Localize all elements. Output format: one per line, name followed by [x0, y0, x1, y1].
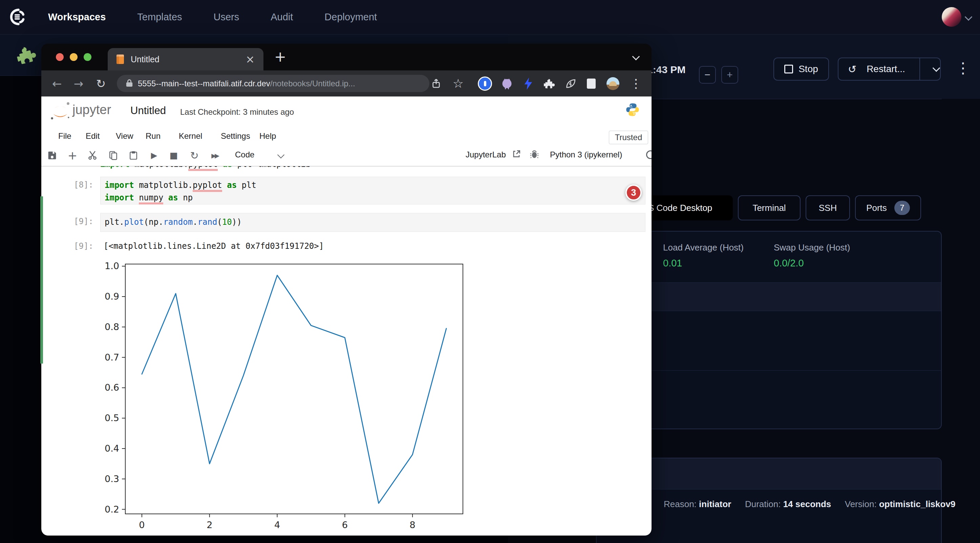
- stat-value: 0.01: [663, 257, 744, 269]
- address-bar[interactable]: 5555--main--test--matifali.atif.cdr.dev/…: [117, 75, 430, 92]
- reason-value: initiator: [699, 499, 731, 509]
- external-link-icon[interactable]: [512, 150, 521, 160]
- code-cell-9[interactable]: plt.plot(np.random.rand(10)): [100, 213, 646, 232]
- restart-button[interactable]: ↺ Restart...: [838, 57, 941, 81]
- tab-label: VS Code Desktop: [643, 203, 713, 213]
- paste-cell-icon[interactable]: [126, 146, 141, 165]
- nav-item-templates[interactable]: Templates: [137, 11, 182, 23]
- save-icon[interactable]: [45, 146, 60, 165]
- nav-item-users[interactable]: Users: [214, 11, 239, 23]
- interrupt-kernel-icon[interactable]: ■: [166, 146, 181, 165]
- browser-profile-avatar[interactable]: [603, 70, 622, 97]
- stop-button[interactable]: Stop: [773, 57, 829, 81]
- kernel-name[interactable]: Python 3 (ipykernel): [550, 150, 622, 159]
- nav-item-workspaces[interactable]: Workspaces: [48, 11, 106, 23]
- notebook-title[interactable]: Untitled: [130, 105, 166, 117]
- svg-text:6: 6: [342, 520, 348, 530]
- tab-ssh[interactable]: SSH: [806, 195, 850, 221]
- coder-logo[interactable]: [8, 8, 27, 28]
- output-prompt: [9]:: [74, 241, 94, 251]
- tab-ports[interactable]: Ports 7: [855, 195, 921, 221]
- lock-icon: [126, 79, 133, 89]
- browser-window: Untitled × + ← → ↻ 5555--main--test--mat…: [41, 44, 652, 535]
- maximize-window-button[interactable]: [84, 53, 91, 61]
- restart-run-all-icon[interactable]: ▶▶: [207, 146, 222, 165]
- svg-text:4: 4: [274, 520, 280, 530]
- collaborator-count-badge[interactable]: 3: [625, 184, 642, 201]
- duration-label: Duration:: [745, 499, 781, 509]
- menu-view[interactable]: View: [116, 131, 134, 141]
- onepassword-extension-icon[interactable]: [476, 70, 495, 97]
- code-line: import matplotlib.pyplot as plt: [105, 179, 641, 192]
- github-extension-icon[interactable]: [498, 70, 516, 97]
- user-avatar[interactable]: [942, 7, 961, 27]
- url-path: /notebooks/Untitled.ip...: [270, 79, 355, 88]
- tab-terminal[interactable]: Terminal: [738, 195, 800, 221]
- cell-type-select[interactable]: Code: [235, 150, 254, 159]
- stop-label: Stop: [799, 64, 818, 75]
- svg-text:0.7: 0.7: [105, 352, 119, 362]
- stop-square-icon: [784, 65, 793, 73]
- jupyter-header: jupyter Untitled Last Checkpoint: 3 minu…: [41, 97, 652, 129]
- divider: [920, 58, 920, 80]
- jupyterlab-link[interactable]: JupyterLab: [466, 150, 506, 159]
- close-tab-icon[interactable]: ×: [245, 53, 255, 66]
- menu-run[interactable]: Run: [146, 131, 161, 141]
- jupyter-notebook: jupyter Untitled Last Checkpoint: 3 minu…: [41, 97, 652, 535]
- close-window-button[interactable]: [56, 53, 64, 61]
- debugger-bug-icon[interactable]: [530, 150, 539, 160]
- trusted-button[interactable]: Trusted: [609, 131, 648, 144]
- input-prompt: [8]:: [74, 180, 94, 190]
- kebab-menu-icon[interactable]: ⋮: [956, 59, 970, 76]
- copy-cell-icon[interactable]: [106, 146, 121, 165]
- notebook-favicon: [116, 54, 124, 64]
- tab-label: SSH: [819, 203, 837, 213]
- svg-text:0.5: 0.5: [105, 413, 119, 423]
- tab-search-chevron-icon[interactable]: [632, 53, 640, 60]
- code-line: import numpy as np: [105, 192, 641, 204]
- extensions-puzzle-icon[interactable]: [540, 70, 559, 97]
- add-cell-icon[interactable]: +: [65, 146, 80, 165]
- svg-text:0.6: 0.6: [105, 382, 119, 393]
- screen: Workspaces Templates Users Audit Deploym…: [0, 0, 980, 543]
- code-cell-8[interactable]: import matplotlib.pyplot as plt import n…: [100, 177, 646, 205]
- reload-icon[interactable]: ↻: [91, 70, 110, 97]
- menu-kernel[interactable]: Kernel: [179, 131, 202, 141]
- code-line: plt.plot(np.random.rand(10)): [105, 216, 641, 229]
- menu-file[interactable]: File: [58, 131, 72, 141]
- back-icon[interactable]: ←: [48, 70, 66, 97]
- forward-icon[interactable]: →: [69, 70, 88, 97]
- energy-saver-leaf-icon[interactable]: [561, 70, 580, 97]
- restart-kernel-icon[interactable]: ↻: [187, 146, 202, 165]
- nav-item-audit[interactable]: Audit: [270, 11, 293, 23]
- run-cell-icon[interactable]: ▶: [146, 146, 162, 165]
- menu-help[interactable]: Help: [259, 131, 276, 141]
- cut-cell-icon[interactable]: [85, 146, 100, 165]
- share-icon[interactable]: [427, 70, 445, 97]
- svg-text:2: 2: [207, 520, 212, 530]
- side-panel-icon[interactable]: [582, 70, 601, 97]
- minimize-window-button[interactable]: [70, 53, 78, 61]
- lightning-extension-icon[interactable]: [519, 70, 538, 97]
- svg-text:0.3: 0.3: [105, 473, 119, 484]
- svg-text:0.9: 0.9: [105, 291, 119, 302]
- bookmark-star-icon[interactable]: ☆: [449, 70, 468, 97]
- clipped-cell-line: import matplotlib.pyplot as plt %matplot…: [100, 166, 541, 171]
- nav-item-deployment[interactable]: Deployment: [325, 11, 377, 23]
- tab-title: Untitled: [131, 54, 159, 64]
- version-value[interactable]: optimistic_liskov9: [879, 499, 955, 509]
- chevron-down-icon[interactable]: [965, 13, 972, 21]
- menu-settings[interactable]: Settings: [221, 131, 250, 141]
- jupyter-toolbar: + ▶ ■ ↻ ▶▶ Code JupyterLab: [41, 146, 652, 167]
- menu-edit[interactable]: Edit: [86, 131, 100, 141]
- decrease-time-button[interactable]: −: [699, 66, 716, 84]
- jupyter-brand-text: jupyter: [72, 103, 111, 117]
- new-tab-button[interactable]: +: [274, 48, 286, 65]
- restart-options-chevron-icon[interactable]: [932, 64, 940, 72]
- browser-menu-kebab-icon[interactable]: ⋮: [627, 70, 646, 97]
- tab-label: Ports: [866, 203, 887, 213]
- svg-text:0.2: 0.2: [105, 504, 119, 514]
- browser-tab[interactable]: Untitled ×: [108, 48, 264, 70]
- browser-tab-strip: Untitled × +: [41, 44, 652, 70]
- increase-time-button[interactable]: +: [721, 66, 738, 84]
